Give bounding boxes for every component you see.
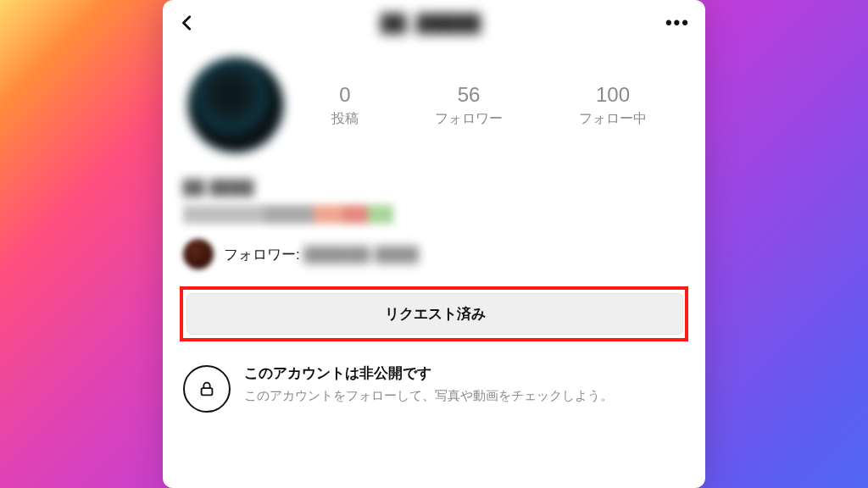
svg-rect-0	[202, 388, 213, 395]
followers-summary[interactable]: フォロワー: ██████ ████	[180, 224, 688, 269]
followers-names: ██████ ████	[303, 247, 419, 263]
stat-followers-value: 56	[435, 83, 503, 107]
stat-followers-label: フォロワー	[435, 110, 503, 128]
stat-followers[interactable]: 56 フォロワー	[435, 83, 503, 128]
bio-line	[183, 205, 412, 224]
stat-posts[interactable]: 0 投稿	[331, 83, 359, 128]
stat-posts-label: 投稿	[331, 110, 359, 128]
title-bar: ██_█████ •••	[163, 0, 705, 41]
private-account-notice: このアカウントは非公開です このアカウントをフォローして、写真や動画をチェックし…	[180, 341, 688, 413]
private-title: このアカウントは非公開です	[244, 363, 613, 383]
profile-header-row: 0 投稿 56 フォロワー 100 フォロー中	[180, 41, 688, 161]
followers-prefix: フォロワー:	[224, 247, 300, 263]
lock-icon	[183, 365, 231, 413]
stat-following[interactable]: 100 フォロー中	[579, 83, 647, 128]
header-username: ██_█████	[381, 14, 481, 33]
stat-following-label: フォロー中	[579, 110, 647, 128]
more-icon[interactable]: •••	[665, 12, 690, 34]
gradient-background: ██_█████ ••• 0 投稿 56 フォロワー 100	[0, 0, 868, 488]
name-block: ██ ████	[180, 161, 688, 224]
highlight-box: リクエスト済み	[180, 286, 688, 341]
display-name: ██ ████	[183, 180, 685, 197]
stat-following-value: 100	[579, 83, 647, 107]
avatar[interactable]	[186, 56, 285, 154]
stats-row: 0 投稿 56 フォロワー 100 フォロー中	[293, 83, 685, 128]
private-subtitle: このアカウントをフォローして、写真や動画をチェックしよう。	[244, 386, 613, 405]
stat-posts-value: 0	[331, 83, 359, 107]
follow-request-button[interactable]: リクエスト済み	[186, 293, 683, 335]
back-icon[interactable]	[178, 14, 197, 32]
follower-avatar-icon	[183, 239, 214, 269]
profile-card: ██_█████ ••• 0 投稿 56 フォロワー 100	[163, 0, 705, 488]
